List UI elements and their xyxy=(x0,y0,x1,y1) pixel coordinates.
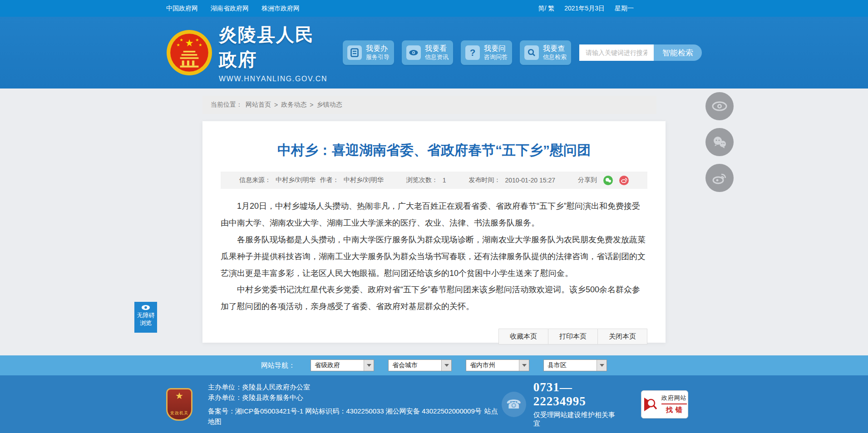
weibo-share-icon[interactable] xyxy=(619,176,629,185)
close-page-button[interactable]: 关闭本页 xyxy=(597,329,647,344)
svg-text:★: ★ xyxy=(198,43,202,47)
site-header: ★ ★ ★ ★ ★ 炎陵县人民政府 WWW.HNYANLING.GOV.CN xyxy=(0,17,868,89)
current-weekday: 星期一 xyxy=(615,5,634,13)
article-paragraph: 1月20日，中村乡墟场人头攒动、热闹非凡，广大老百姓正在观看省委、省政府春节“五… xyxy=(221,198,647,231)
svg-text:★: ★ xyxy=(176,43,180,47)
error-badge-line1: 政府网站 xyxy=(661,394,687,404)
select-capital-cities[interactable]: 省会城市 xyxy=(388,359,452,371)
lang-toggle[interactable]: 简/ 繁 xyxy=(538,5,555,13)
eye-icon xyxy=(406,45,421,60)
host-value: 炎陵县人民政府办公室 xyxy=(242,383,310,391)
breadcrumb-separator: > xyxy=(310,101,313,108)
search-input[interactable] xyxy=(579,44,654,61)
article-paragraph: 中村乡党委书记沈红星代表乡党委、政府对省“五下乡”春节慰问团来该乡慰问活动致欢迎… xyxy=(221,281,647,315)
quick-link-search[interactable]: 我要查 信息检索 xyxy=(520,40,571,65)
top-bar: 中国政府网 湖南省政府网 株洲市政府网 简/ 繁 2021年5月3日 星期一 xyxy=(0,0,868,17)
article-paragraph: 各服务队现场都是人头攒动，中南大学医疗服务队为群众现场诊断，湖南农业大学服务队为… xyxy=(221,231,647,282)
link-hunan-gov[interactable]: 湖南省政府网 xyxy=(211,5,249,13)
select-value: 省内市州 xyxy=(466,361,495,369)
question-icon: ? xyxy=(465,45,480,60)
current-date: 2021年5月3日 xyxy=(564,5,605,13)
badge-label: 党政机关 xyxy=(170,410,188,416)
chevron-down-icon xyxy=(519,360,529,371)
party-gov-badge-icon: ★ 党政机关 xyxy=(166,388,192,421)
main-area: 当前位置： 网站首页 > 政务动态 > 乡镇动态 中村乡：喜迎湖南省委、省政府春… xyxy=(0,89,868,355)
bookmark-page-button[interactable]: 收藏本页 xyxy=(498,329,548,344)
chevron-down-icon xyxy=(364,360,374,371)
eye-icon xyxy=(712,101,727,111)
article-title: 中村乡：喜迎湖南省委、省政府春节“五下乡”慰问团 xyxy=(221,141,647,160)
select-counties[interactable]: 县市区 xyxy=(543,359,607,371)
host-label: 主办单位： xyxy=(208,383,242,391)
find-error-icon xyxy=(642,396,659,413)
quick-link-subtitle: 信息资讯 xyxy=(425,54,449,61)
star-icon: ★ xyxy=(175,391,183,400)
meta-publish-time: 2010-01-20 15:27 xyxy=(505,177,556,184)
quick-link-ask[interactable]: ? 我要问 咨询问答 xyxy=(461,40,512,65)
national-emblem-icon: ★ ★ ★ ★ ★ xyxy=(166,30,212,76)
meta-source: 中村乡/刘明华 xyxy=(276,176,316,184)
eye-icon xyxy=(141,305,150,310)
search-icon xyxy=(524,45,539,60)
link-china-gov[interactable]: 中国政府网 xyxy=(166,5,198,13)
quick-link-service[interactable]: 我要办 服务引导 xyxy=(343,40,394,65)
chevron-down-icon xyxy=(441,360,451,371)
icp-beian: 备案号：湘ICP备05003421号-1 网站标识码：4302250033 湘公… xyxy=(208,407,482,415)
link-zhuzhou-gov[interactable]: 株洲市政府网 xyxy=(261,5,300,13)
site-url: WWW.HNYANLING.GOV.CN xyxy=(219,75,331,83)
site-logo[interactable]: ★ ★ ★ ★ ★ 炎陵县人民政府 WWW.HNYANLING.GOV.CN xyxy=(166,22,331,83)
svg-text:★: ★ xyxy=(195,38,199,42)
meta-publish-label: 发布时间： xyxy=(469,176,501,184)
accessibility-browse-button[interactable]: 无障碍 浏览 xyxy=(134,302,157,333)
chevron-down-icon xyxy=(597,360,607,371)
quick-link-title: 我要问 xyxy=(484,44,508,54)
article-meta: 信息来源：中村乡/刘明华 作者：中村乡/刘明华 浏览次数：1 发布时间：2010… xyxy=(221,172,647,189)
phone-note: 仅受理网站建设维护相关事宜 xyxy=(533,411,622,428)
weibo-icon xyxy=(712,172,727,184)
phone-number: 0731—22234995 xyxy=(533,380,622,408)
share-label: 分享到 xyxy=(578,176,597,184)
weibo-tool-button[interactable] xyxy=(705,164,734,192)
meta-views: 1 xyxy=(443,177,446,184)
select-province-cities[interactable]: 省内市州 xyxy=(466,359,529,371)
side-tools xyxy=(705,92,734,192)
quick-link-title: 我要办 xyxy=(366,44,390,54)
organizer-value: 炎陵县政务服务中心 xyxy=(242,394,303,401)
view-tool-button[interactable] xyxy=(705,92,734,120)
footer: ★ 党政机关 主办单位：炎陵县人民政府办公室 承办单位：炎陵县政务服务中心 备案… xyxy=(0,375,868,433)
svg-text:★: ★ xyxy=(185,38,193,49)
wechat-share-icon[interactable] xyxy=(603,176,613,185)
quick-link-subtitle: 信息检索 xyxy=(543,54,567,61)
meta-author-label: 作者： xyxy=(320,176,339,184)
print-page-button[interactable]: 打印本页 xyxy=(548,329,598,344)
topbar-right: 简/ 繁 2021年5月3日 星期一 xyxy=(538,5,702,13)
smart-search-button[interactable]: 智能检索 xyxy=(654,44,702,61)
quick-link-news[interactable]: 我要看 信息资讯 xyxy=(402,40,453,65)
select-value: 省会城市 xyxy=(389,361,418,369)
article-body: 1月20日，中村乡墟场人头攒动、热闹非凡，广大老百姓正在观看省委、省政府春节“五… xyxy=(221,198,647,315)
quick-link-subtitle: 服务引导 xyxy=(366,54,390,61)
error-badge-line2: 找错 xyxy=(664,406,687,414)
quick-link-title: 我要看 xyxy=(425,44,449,54)
page: 中国政府网 湖南省政府网 株洲市政府网 简/ 繁 2021年5月3日 星期一 ★… xyxy=(0,0,868,433)
site-name: 炎陵县人民政府 xyxy=(219,22,331,72)
breadcrumb-township[interactable]: 乡镇动态 xyxy=(316,101,342,109)
breadcrumb: 当前位置： 网站首页 > 政务动态 > 乡镇动态 xyxy=(202,96,656,114)
footer-phone: ☎ 0731—22234995 仅受理网站建设维护相关事宜 xyxy=(502,380,622,428)
search-bar: 智能检索 xyxy=(579,44,702,61)
article-actions: 收藏本页 打印本页 关闭本页 xyxy=(221,329,647,344)
organizer-label: 承办单位： xyxy=(208,394,242,401)
gov-site-error-report-button[interactable]: 政府网站 找错 xyxy=(641,390,688,418)
a11y-label-line1: 无障碍 xyxy=(134,311,157,319)
footer-info: 主办单位：炎陵县人民政府办公室 承办单位：炎陵县政务服务中心 备案号：湘ICP备… xyxy=(208,382,502,427)
wechat-tool-button[interactable] xyxy=(705,128,734,156)
breadcrumb-news[interactable]: 政务动态 xyxy=(281,101,306,109)
select-value: 县市区 xyxy=(544,361,567,369)
breadcrumb-home[interactable]: 网站首页 xyxy=(246,101,271,109)
quick-link-title: 我要查 xyxy=(543,44,567,54)
footer-nav: 网站导航： 省级政府 省会城市 省内市州 县市区 xyxy=(0,355,868,375)
document-icon xyxy=(347,45,362,60)
select-provincial-gov[interactable]: 省级政府 xyxy=(311,359,374,371)
meta-views-label: 浏览次数： xyxy=(406,176,438,184)
meta-author: 中村乡/刘明华 xyxy=(344,176,384,184)
